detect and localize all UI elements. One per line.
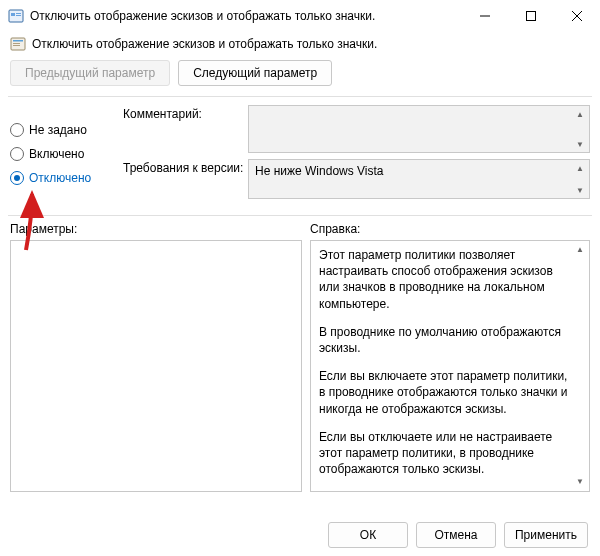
next-setting-button[interactable]: Следующий параметр [178, 60, 332, 86]
options-label: Параметры: [10, 222, 310, 236]
close-button[interactable] [554, 0, 600, 32]
cancel-button[interactable]: Отмена [416, 522, 496, 548]
maximize-button[interactable] [508, 0, 554, 32]
apply-button[interactable]: Применить [504, 522, 588, 548]
svg-rect-5 [527, 12, 536, 21]
state-radios: Не задано Включено Отключено [10, 105, 115, 205]
window-controls [462, 0, 600, 32]
comment-label: Комментарий: [123, 105, 248, 121]
radio-icon [10, 123, 24, 137]
svg-rect-1 [11, 13, 15, 16]
scroll-down-icon[interactable]: ▼ [575, 185, 585, 195]
policy-heading-text: Отключить отображение эскизов и отобража… [32, 37, 377, 51]
scroll-down-icon[interactable]: ▼ [575, 477, 585, 487]
policy-heading: Отключить отображение эскизов и отобража… [10, 32, 590, 60]
radio-icon [10, 171, 24, 185]
svg-rect-2 [16, 13, 21, 14]
footer: ОК Отмена Применить [0, 514, 600, 556]
previous-setting-button[interactable]: Предыдущий параметр [10, 60, 170, 86]
radio-label: Не задано [29, 123, 87, 137]
app-icon [8, 8, 24, 24]
radio-disabled[interactable]: Отключено [10, 171, 115, 185]
radio-not-configured[interactable]: Не задано [10, 123, 115, 137]
scroll-up-icon[interactable]: ▲ [575, 245, 585, 255]
help-label: Справка: [310, 222, 590, 236]
divider [8, 96, 592, 97]
scroll-up-icon[interactable]: ▲ [575, 163, 585, 173]
help-paragraph: В проводнике по умолчанию отображаются э… [319, 324, 571, 356]
window-title: Отключить отображение эскизов и отобража… [30, 9, 462, 23]
titlebar: Отключить отображение эскизов и отобража… [0, 0, 600, 32]
divider [8, 215, 592, 216]
radio-enabled[interactable]: Включено [10, 147, 115, 161]
scroll-up-icon[interactable]: ▲ [575, 109, 585, 119]
help-box: Этот параметр политики позволяет настраи… [310, 240, 590, 492]
lower-boxes: Этот параметр политики позволяет настраи… [10, 240, 590, 492]
version-value: Не ниже Windows Vista [255, 164, 384, 178]
options-box [10, 240, 302, 492]
toolbar: Предыдущий параметр Следующий параметр [10, 60, 590, 96]
scroll-down-icon[interactable]: ▼ [575, 139, 585, 149]
version-label: Требования к версии: [123, 159, 248, 175]
minimize-button[interactable] [462, 0, 508, 32]
lower-labels: Параметры: Справка: [10, 222, 590, 236]
ok-button[interactable]: ОК [328, 522, 408, 548]
radio-label: Отключено [29, 171, 91, 185]
fields: Комментарий: ▲ ▼ Требования к версии: Не… [123, 105, 590, 205]
help-paragraph: Если вы включаете этот параметр политики… [319, 368, 571, 417]
svg-rect-11 [13, 45, 20, 46]
svg-rect-3 [16, 15, 21, 16]
help-paragraph: Этот параметр политики позволяет настраи… [319, 247, 571, 312]
settings-area: Не задано Включено Отключено Комментарий… [10, 105, 590, 211]
radio-icon [10, 147, 24, 161]
version-field: Не ниже Windows Vista ▲ ▼ [248, 159, 590, 199]
radio-label: Включено [29, 147, 84, 161]
help-paragraph: Если вы отключаете или не настраиваете э… [319, 429, 571, 478]
svg-rect-10 [13, 43, 20, 44]
comment-field[interactable]: ▲ ▼ [248, 105, 590, 153]
policy-icon [10, 36, 26, 52]
svg-rect-9 [13, 40, 23, 42]
